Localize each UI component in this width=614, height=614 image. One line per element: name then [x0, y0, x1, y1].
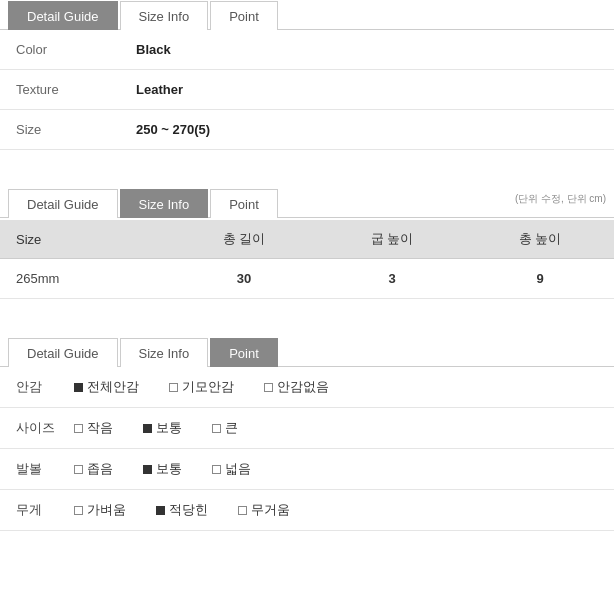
label-color: Color: [0, 30, 120, 70]
table-row: Texture Leather: [0, 70, 614, 110]
tab-row-2: Detail Guide Size Info Point (단위 수정, 단위 …: [0, 188, 614, 218]
option-empty: 좁음: [74, 460, 113, 478]
section-3: Detail Guide Size Info Point 안감 전체안감 기모안…: [0, 319, 614, 531]
section-2: Detail Guide Size Info Point (단위 수정, 단위 …: [0, 170, 614, 299]
options-foot-width: 좁음 보통 넓음: [70, 449, 614, 490]
table-header-row: Size 총 길이 굽 높이 총 높이: [0, 220, 614, 259]
info-table: Color Black Texture Leather Size 250 ~ 2…: [0, 30, 614, 150]
dot-empty-icon: [74, 465, 83, 474]
table-row: 265mm 30 3 9: [0, 259, 614, 299]
col-header-total-length: 총 길이: [170, 220, 318, 259]
dot-empty-icon: [264, 383, 273, 392]
tab-point-2[interactable]: Point: [210, 189, 278, 218]
size-table-wrapper: Detail Guide Size Info Point (단위 수정, 단위 …: [0, 188, 614, 299]
dot-filled-icon: [74, 383, 83, 392]
option-empty: 기모안감: [169, 378, 234, 396]
option-filled: 보통: [143, 460, 182, 478]
tab-point-3[interactable]: Point: [210, 338, 278, 367]
label-foot-width: 발볼: [0, 449, 70, 490]
tab-row-3: Detail Guide Size Info Point: [0, 337, 614, 367]
table-row: Size 250 ~ 270(5): [0, 110, 614, 150]
dot-filled-icon: [156, 506, 165, 515]
cell-total-length: 30: [170, 259, 318, 299]
label-anggam: 안감: [0, 367, 70, 408]
table-row: 발볼 좁음 보통 넓음: [0, 449, 614, 490]
point-table: 안감 전체안감 기모안감 안감없음: [0, 367, 614, 531]
section-1: Detail Guide Size Info Point Color Black…: [0, 0, 614, 150]
table-row: 사이즈 작음 보통 큰: [0, 408, 614, 449]
option-empty: 안감없음: [264, 378, 329, 396]
size-table: Size 총 길이 굽 높이 총 높이 265mm 30 3 9: [0, 220, 614, 299]
option-empty: 큰: [212, 419, 238, 437]
tab-size-info-1[interactable]: Size Info: [120, 1, 209, 30]
tab-point-1[interactable]: Point: [210, 1, 278, 30]
value-size: 250 ~ 270(5): [120, 110, 614, 150]
dot-empty-icon: [212, 465, 221, 474]
cell-size: 265mm: [0, 259, 170, 299]
tab-detail-guide-2[interactable]: Detail Guide: [8, 189, 118, 218]
dot-empty-icon: [212, 424, 221, 433]
dot-empty-icon: [169, 383, 178, 392]
options-size-point: 작음 보통 큰: [70, 408, 614, 449]
cell-heel-height: 3: [318, 259, 466, 299]
cell-total-height: 9: [466, 259, 614, 299]
option-filled: 보통: [143, 419, 182, 437]
option-filled: 전체안감: [74, 378, 139, 396]
col-header-size: Size: [0, 220, 170, 259]
col-header-heel-height: 굽 높이: [318, 220, 466, 259]
table-row: Color Black: [0, 30, 614, 70]
dot-empty-icon: [74, 506, 83, 515]
label-size-point: 사이즈: [0, 408, 70, 449]
col-header-total-height: 총 높이: [466, 220, 614, 259]
option-empty: 가벼움: [74, 501, 126, 519]
dot-empty-icon: [238, 506, 247, 515]
dot-filled-icon: [143, 424, 152, 433]
tab-size-info-2[interactable]: Size Info: [120, 189, 209, 218]
tab-row-1: Detail Guide Size Info Point: [0, 0, 614, 30]
label-size: Size: [0, 110, 120, 150]
label-texture: Texture: [0, 70, 120, 110]
option-empty: 무거움: [238, 501, 290, 519]
option-filled: 적당힌: [156, 501, 208, 519]
dot-empty-icon: [74, 424, 83, 433]
table-row: 안감 전체안감 기모안감 안감없음: [0, 367, 614, 408]
value-color: Black: [120, 30, 614, 70]
tab-detail-guide-3[interactable]: Detail Guide: [8, 338, 118, 367]
option-empty: 작음: [74, 419, 113, 437]
option-empty: 넓음: [212, 460, 251, 478]
label-weight: 무게: [0, 490, 70, 531]
tab-detail-guide-1[interactable]: Detail Guide: [8, 1, 118, 30]
value-texture: Leather: [120, 70, 614, 110]
tab-size-info-3[interactable]: Size Info: [120, 338, 209, 367]
options-anggam: 전체안감 기모안감 안감없음: [70, 367, 614, 408]
options-weight: 가벼움 적당힌 무거움: [70, 490, 614, 531]
dot-filled-icon: [143, 465, 152, 474]
unit-note: (단위 수정, 단위 cm): [515, 192, 606, 206]
table-row: 무게 가벼움 적당힌 무거움: [0, 490, 614, 531]
